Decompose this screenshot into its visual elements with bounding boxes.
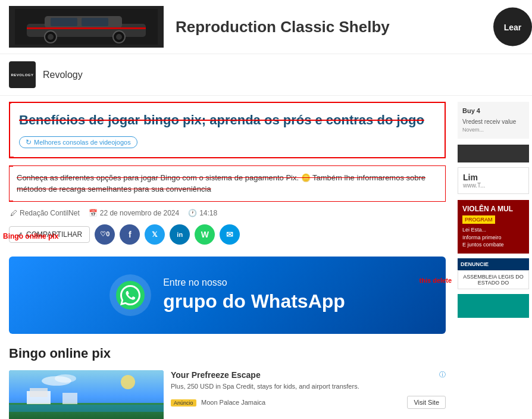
sidebar-assembleia-box: ASSEMBLEIA LEGIS DO ESTADO DO [458, 270, 529, 289]
page-title: Reproduction Classic Shelby [176, 18, 523, 36]
sidebar-violence-box: VIOLÊN A MUL PROGRAM Lei Esta... Informa… [458, 200, 529, 254]
article-title: Benefícios de jogar bingo pix; aprenda o… [19, 112, 436, 129]
sidebar-lim-title: Lim [463, 173, 524, 182]
author-icon: 🖊 [10, 209, 17, 217]
revology-name: Revology [43, 70, 83, 80]
article-date: 22 de novembro de 2024 [100, 209, 179, 217]
sidebar-violence-program: PROGRAM [462, 215, 495, 224]
sidebar-denuncie-text: DENUNCIE [461, 261, 489, 267]
svg-point-13 [121, 375, 135, 389]
sidebar-buy-title: Buy 4 [462, 107, 524, 115]
article-tag[interactable]: Melhores consolas de videojogos [19, 136, 137, 148]
annotation-bingo: Bingo online pix [3, 232, 58, 240]
sidebar-assembleia-text: ASSEMBLEIA LEGIS DO ESTADO DO [461, 274, 525, 286]
revology-row: REVOLOGY Revology [0, 54, 532, 96]
heart-button[interactable]: ♡0 [95, 224, 115, 245]
visit-site-button[interactable]: Visit Site [407, 396, 446, 409]
annotation-this-delete: this delete [420, 277, 452, 284]
sidebar-buy-text: Vredest receiv value [462, 118, 524, 126]
author-name: Redação ContilNet [20, 209, 80, 217]
svg-rect-9 [27, 27, 146, 29]
svg-rect-19 [9, 405, 164, 412]
ad-info-icon[interactable]: ⓘ [439, 370, 446, 379]
ad-subtitle: Plus, 250 USD in Spa Credit, stays for k… [171, 382, 446, 391]
sidebar-lim-box: Lim www.T... [458, 167, 529, 194]
sidebar-buy-box: Buy 4 Vredest receiv value Novem... [458, 102, 529, 139]
article-description-box: Conheça as diferentes opções para jogar … [9, 165, 446, 202]
meta-row: 🖊 Redação ContilNet 📅 22 de novembro de … [9, 209, 446, 217]
sidebar-teal-bar [458, 294, 529, 318]
share-row: ⤢ COMPARTILHAR ♡0 f 𝕏 in W [9, 224, 446, 245]
svg-point-8 [116, 34, 122, 40]
learn-button[interactable]: Lear [493, 8, 532, 46]
whatsapp-icon [109, 274, 151, 316]
ad-source: Moon Palace Jamaica [201, 399, 265, 406]
twitter-button[interactable]: 𝕏 [145, 224, 165, 245]
sidebar: Buy 4 Vredest receiv value Novem... Lim … [455, 102, 532, 419]
facebook-button[interactable]: f [120, 224, 140, 245]
svg-point-15 [55, 374, 76, 383]
sidebar-denuncie-box: DENUNCIE [458, 258, 529, 270]
sidebar-violence-text1: Lei Esta... [462, 226, 524, 234]
whatsapp-button[interactable]: W [195, 224, 215, 245]
author-meta: 🖊 Redação ContilNet [10, 209, 80, 217]
ad-image [9, 370, 164, 419]
whatsapp-banner[interactable]: Entre no nosso grupo do WhatsApp [9, 257, 446, 334]
ad-title: Your Prefreeze Escape [171, 370, 261, 380]
sidebar-violence-title: VIOLÊN A MUL [462, 205, 524, 213]
article-title-box: Benefícios de jogar bingo pix; aprenda o… [9, 102, 446, 158]
clock-icon: 🕐 [188, 209, 197, 217]
sidebar-buy-date: Novem... [462, 126, 524, 134]
ad-content: Your Prefreeze Escape ⓘ Plus, 250 USD in… [171, 370, 446, 409]
ad-tag: Anúncio [171, 399, 196, 407]
sidebar-dark-bar [458, 145, 529, 162]
time-meta: 🕐 14:18 [188, 209, 217, 217]
section-heading: Bingo online pix [9, 346, 446, 361]
sidebar-lim-url: www.T... [463, 182, 524, 189]
revology-logo: REVOLOGY [9, 61, 36, 88]
linkedin-button[interactable]: in [170, 224, 190, 245]
article-time: 14:18 [199, 209, 217, 217]
ad-container: Your Prefreeze Escape ⓘ Plus, 250 USD in… [9, 370, 446, 419]
calendar-icon: 📅 [89, 209, 98, 217]
sidebar-violence-text3: E juntos combate [462, 241, 524, 249]
svg-rect-4 [82, 18, 108, 26]
date-meta: 📅 22 de novembro de 2024 [89, 209, 179, 217]
sidebar-violence-text2: Informa primeiro [462, 234, 524, 242]
article-description: Conheça as diferentes opções para jogar … [17, 172, 438, 195]
svg-rect-17 [30, 388, 48, 397]
whatsapp-text: Entre no nosso grupo do WhatsApp [163, 277, 345, 312]
svg-rect-3 [51, 18, 77, 26]
email-button[interactable]: ✉ [220, 224, 240, 245]
svg-point-6 [48, 34, 54, 40]
car-image [9, 6, 164, 48]
svg-rect-18 [62, 393, 77, 404]
